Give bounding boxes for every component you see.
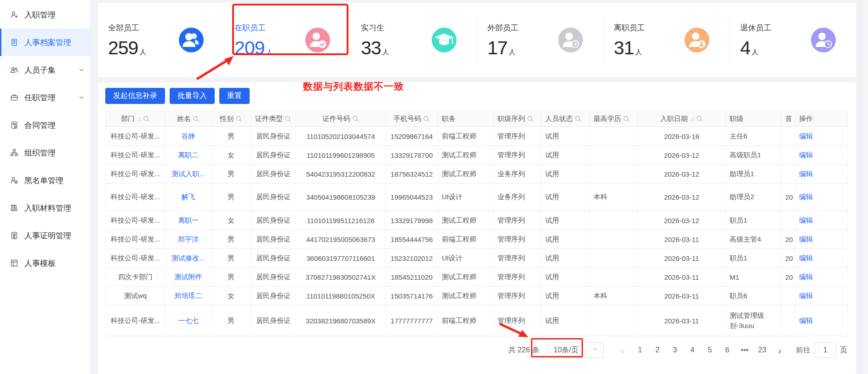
first-cell (782, 127, 795, 146)
employee-name-link[interactable]: 测试修改... (171, 254, 205, 262)
page-number-2[interactable]: 2 (653, 346, 662, 354)
sort-icon[interactable]: ↓↑ (690, 115, 694, 122)
employee-name-link[interactable]: 离职二 (178, 151, 199, 159)
pages-ellipsis[interactable]: ••• (740, 346, 749, 354)
search-icon[interactable] (193, 115, 200, 122)
column-header-5[interactable]: 证件号码 (296, 111, 386, 127)
stat-card-2[interactable]: 在职员工209人 (224, 15, 350, 65)
edit-link[interactable]: 编辑 (799, 273, 813, 281)
status-cell: 试用 (542, 268, 590, 287)
page-number-1[interactable]: 1 (635, 346, 645, 354)
edit-link[interactable]: 编辑 (799, 235, 813, 243)
sort-icon[interactable]: ↓↑ (137, 115, 141, 122)
series-cell: 管理序列 (494, 211, 542, 230)
sidebar-item-1[interactable]: 入职管理 (0, 1, 90, 29)
column-header-8[interactable]: 职级序列 (494, 111, 542, 127)
series-cell: 管理序列 (494, 305, 542, 336)
job-cell: 测试工程师 (438, 287, 494, 305)
stat-text: 在职员工209人 (234, 23, 273, 58)
column-header-10[interactable]: 最高学历 (590, 111, 638, 127)
people-icon (10, 66, 18, 74)
actions-cell: 编辑 (795, 165, 848, 184)
stat-card-3[interactable]: 实习生33人 (350, 15, 477, 65)
search-icon[interactable] (352, 115, 359, 122)
search-icon[interactable] (623, 115, 630, 122)
cert-no-cell: 110101199601298905 (296, 146, 386, 165)
employee-name-link[interactable]: 测试附件 (175, 273, 202, 281)
employee-name-link[interactable]: 解飞 (182, 193, 195, 201)
search-icon[interactable] (575, 115, 582, 122)
employee-name-link[interactable]: 测试入职... (171, 170, 205, 178)
page-number-3[interactable]: 3 (670, 346, 680, 354)
column-header-6[interactable]: 手机号码 (386, 111, 438, 127)
cert-type-cell: 居民身份证 (251, 184, 296, 211)
search-icon[interactable] (527, 115, 534, 122)
search-icon[interactable] (423, 115, 430, 122)
department-cell: 科技公司-研发... (106, 127, 166, 146)
sidebar-item-9[interactable]: 人事证明管理 (0, 222, 90, 249)
stat-card-4[interactable]: 外部员工17人 (477, 15, 603, 65)
prev-page-button[interactable]: ‹ (618, 345, 627, 355)
hire-date-cell: 2026-03-16 (638, 127, 726, 146)
employee-name-link[interactable]: 离职一 (178, 216, 199, 224)
edit-link[interactable]: 编辑 (799, 132, 813, 140)
stat-card-6[interactable]: 退休员工4人 (730, 15, 856, 65)
job-cell: 前端工程师 (438, 127, 494, 146)
level-cell: M1 (726, 268, 782, 287)
actions-cell: 编辑 (795, 211, 848, 230)
edit-link[interactable]: 编辑 (799, 216, 813, 224)
page-number-23[interactable]: 23 (758, 346, 767, 354)
page-size-select[interactable]: 10条/页 (548, 342, 604, 358)
column-header-9[interactable]: 人员状态 (542, 111, 590, 127)
edit-link[interactable]: 编辑 (799, 254, 813, 262)
sidebar-item-10[interactable]: 人事模板 (0, 249, 90, 277)
initiate-info-supplement-button[interactable]: 发起信息补录 (105, 88, 165, 104)
edit-link[interactable]: 编辑 (799, 170, 813, 178)
sidebar-item-7[interactable]: 黑名单管理 (0, 167, 90, 194)
edit-link[interactable]: 编辑 (799, 193, 813, 201)
sidebar-item-6[interactable]: 组织管理 (0, 139, 90, 167)
page-number-6[interactable]: 6 (723, 346, 732, 354)
batch-import-button[interactable]: 批量导入 (170, 88, 215, 104)
column-header-1[interactable]: 部门↓↑ (106, 111, 166, 127)
sidebar-item-8[interactable]: 入职材料管理 (0, 194, 90, 222)
search-icon[interactable] (235, 115, 242, 122)
department-cell: 科技公司-研发... (106, 211, 166, 230)
education-cell (590, 127, 638, 146)
sidebar-item-5[interactable]: 合同管理 (0, 111, 90, 139)
edit-link[interactable]: 编辑 (799, 316, 813, 324)
sidebar-item-label: 人事模板 (24, 258, 56, 269)
column-header-11[interactable]: 入职日期↓↑ (638, 111, 726, 127)
employee-name-link[interactable]: 谷静 (182, 132, 195, 140)
page-number-4[interactable]: 4 (688, 346, 697, 354)
employee-name-link[interactable]: 郑培瑶二 (175, 292, 202, 299)
reset-button[interactable]: 重置 (219, 88, 250, 104)
sidebar-item-2[interactable]: 人事档案管理 (0, 29, 90, 56)
scrollbar-track[interactable] (862, 0, 868, 374)
stat-card-1[interactable]: 全部员工259人 (98, 15, 224, 65)
column-header-2[interactable]: 姓名 (166, 111, 211, 127)
edit-link[interactable]: 编辑 (799, 292, 813, 299)
column-header-13: 首 (782, 111, 795, 127)
stat-unit: 人 (509, 48, 516, 56)
edit-link[interactable]: 编辑 (799, 151, 813, 159)
cert-type-cell: 居民身份证 (251, 287, 296, 305)
search-icon[interactable] (143, 115, 150, 122)
gender-cell: 男 (211, 249, 251, 268)
cert-no-cell: 11010119880105250X (296, 287, 386, 305)
search-icon[interactable] (285, 115, 291, 122)
page-number-5[interactable]: 5 (705, 346, 714, 354)
stat-value: 209人 (234, 39, 273, 58)
search-icon[interactable] (696, 115, 703, 122)
materials-icon (10, 204, 18, 212)
goto-page-input[interactable] (814, 342, 836, 358)
employee-name-link[interactable]: 一七七 (178, 316, 199, 324)
column-header-4[interactable]: 证件类型 (251, 111, 296, 127)
stat-card-5[interactable]: 离职员工31人 (603, 15, 730, 65)
sidebar-item-3[interactable]: 人员子集 (0, 56, 90, 84)
next-page-button[interactable]: › (775, 345, 784, 355)
employee-name-link[interactable]: 郑宇洋 (178, 235, 199, 243)
sidebar-item-4[interactable]: 任职管理 (0, 84, 90, 111)
column-header-3[interactable]: 性别 (211, 111, 251, 127)
series-cell: 管理序列 (494, 287, 542, 305)
